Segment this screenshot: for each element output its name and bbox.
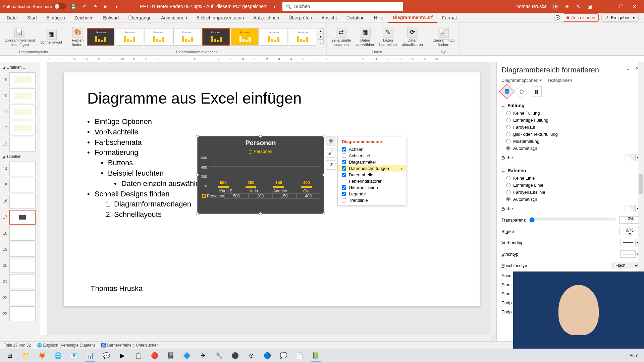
flyout-datenbeschriftungen[interactable]: Datenbeschriftungen▸: [338, 165, 406, 172]
thumb-20[interactable]: 20: [1, 258, 39, 273]
transparency-value[interactable]: 0%: [619, 216, 639, 224]
diamond-icon[interactable]: ◈: [564, 3, 570, 10]
pane-fill-icon[interactable]: 🪣: [499, 84, 514, 99]
tab-ueberpruefen[interactable]: Überprüfen: [284, 13, 317, 22]
chart-style-5[interactable]: Personen: [202, 28, 230, 46]
start-button[interactable]: ⊞: [2, 350, 17, 362]
resize-handle[interactable]: [259, 135, 262, 138]
flyout-legende[interactable]: Legende: [338, 191, 406, 197]
fill-solid[interactable]: Einfarbige Füllung: [506, 117, 639, 124]
language-status[interactable]: 🌐 Englisch (Vereinigte Staaten): [37, 343, 95, 348]
app8-icon[interactable]: 📄: [292, 350, 307, 362]
chrome-icon[interactable]: 🌐: [50, 350, 66, 362]
tab-datei[interactable]: Datei: [2, 13, 22, 22]
firefox-icon[interactable]: 🦊: [34, 350, 50, 362]
tab-aufzeichnen[interactable]: Aufzeichnen: [249, 13, 284, 22]
flyout-achsentitel[interactable]: Achsentitel: [338, 153, 406, 159]
section-tables[interactable]: ◢ Tabellen: [1, 153, 39, 160]
tab-animationen[interactable]: Animationen: [156, 13, 192, 22]
flyout-diagrammtitel[interactable]: Diagrammtitel: [338, 159, 406, 165]
window-icon[interactable]: ▣: [586, 3, 593, 10]
chart-styles-button[interactable]: 🖌: [326, 148, 335, 158]
share-button[interactable]: ↗Freigeben▾: [601, 13, 639, 22]
fill-gradient[interactable]: Farbverlauf: [506, 124, 639, 131]
resize-handle[interactable]: [259, 212, 262, 215]
search-input[interactable]: 🔍 Suchen: [282, 2, 403, 11]
compound-picker[interactable]: [620, 239, 636, 246]
app3-icon[interactable]: 🔴: [147, 350, 162, 362]
maximize-button[interactable]: ☐: [614, 1, 628, 11]
border-auto[interactable]: Automatisch: [506, 196, 639, 203]
quick-layout-button[interactable]: ▦ Schnelllayout: [38, 27, 64, 46]
change-chart-type-button[interactable]: 📈Diagrammtyp ändern: [431, 25, 457, 48]
onenote-icon[interactable]: 📓: [163, 350, 178, 362]
fill-none[interactable]: Keine Füllung: [506, 110, 639, 117]
obs-icon[interactable]: ⚫: [227, 350, 243, 362]
select-data-button[interactable]: ▦Daten auswählen: [354, 25, 376, 48]
app6-icon[interactable]: 🔵: [260, 350, 275, 362]
border-solid[interactable]: Einfarbige Linie: [506, 182, 639, 189]
flyout-achsen[interactable]: Achsen: [338, 146, 406, 153]
resize-handle[interactable]: [322, 173, 325, 176]
thumb-18[interactable]: 18: [1, 226, 39, 241]
width-value[interactable]: 0,75 Pt.: [619, 228, 639, 235]
edit-data-button[interactable]: ✎Daten bearbeiten: [377, 25, 399, 48]
chart-style-8[interactable]: Personen: [289, 28, 316, 46]
slide-author[interactable]: Thomas Hruska: [91, 284, 143, 293]
thumb-13[interactable]: 13: [1, 137, 39, 152]
redo-icon[interactable]: ↷: [92, 3, 98, 10]
flyout-fehlerindikatoren[interactable]: Fehlerindikatoren: [338, 178, 406, 184]
pen-icon[interactable]: ✎: [575, 3, 582, 10]
tab-zeichnen[interactable]: Zeichnen: [70, 13, 99, 22]
qat-more-icon[interactable]: ▾: [113, 3, 120, 10]
add-chart-element-button[interactable]: 📊 Diagrammelement hinzufügen: [3, 25, 37, 48]
slide[interactable]: Diagramme aus Excel einfügen Einfüge-Opt…: [64, 72, 480, 306]
border-gradient[interactable]: Farbverlaufslinie: [506, 189, 639, 196]
resize-handle[interactable]: [322, 135, 325, 138]
chart-legend[interactable]: Personen: [198, 148, 324, 156]
thumb-15[interactable]: 15: [1, 178, 39, 192]
tab-einfuegen[interactable]: Einfügen: [42, 13, 69, 22]
slide-thumbnails[interactable]: ◢ Grafiken... 9 10 11 12 13 ◢ Tabellen 1…: [0, 62, 40, 341]
app4-icon[interactable]: 🔧: [211, 350, 227, 362]
vlc-icon[interactable]: ▶: [115, 350, 130, 362]
fill-pattern[interactable]: Musterfüllung: [506, 138, 639, 145]
dash-picker[interactable]: [620, 250, 636, 258]
chart-style-4[interactable]: Personen: [173, 28, 201, 46]
chart-style-2[interactable]: Personen: [116, 28, 143, 46]
style-gallery-more[interactable]: ▲▼⌄: [318, 28, 324, 45]
chart-style-7[interactable]: Personen: [260, 28, 287, 46]
comments-icon[interactable]: 💬: [554, 15, 560, 20]
cap-dropdown[interactable]: Flach: [612, 262, 639, 269]
minimize-button[interactable]: —: [601, 1, 614, 11]
file-title[interactable]: PPT 01 Roter Faden 002.pptx • Auf "diese…: [140, 4, 266, 9]
tab-format[interactable]: Format: [437, 13, 462, 22]
chart-filters-button[interactable]: ⧩: [326, 160, 335, 170]
vscode-icon[interactable]: 🔷: [179, 350, 195, 362]
app7-icon[interactable]: 💭: [276, 350, 291, 362]
thumb-12[interactable]: 12: [1, 121, 39, 135]
close-button[interactable]: ✕: [628, 1, 641, 11]
outlook-icon[interactable]: 📧: [66, 350, 82, 362]
tab-diagrammentwurf[interactable]: Diagrammentwurf: [388, 13, 437, 23]
pane-collapse-icon[interactable]: ⌄: [626, 66, 630, 71]
undo-icon[interactable]: ↶: [81, 3, 88, 10]
pane-tab-text[interactable]: Textoptionen: [547, 78, 572, 83]
thumb-21[interactable]: 21: [1, 274, 39, 289]
border-color-picker[interactable]: [626, 205, 636, 212]
app5-icon[interactable]: ⊙: [244, 350, 259, 362]
app-icon[interactable]: 💬: [99, 350, 114, 362]
slideshow-icon[interactable]: ▶: [102, 3, 109, 10]
tab-bildschirm[interactable]: Bildschirmpräsentation: [192, 13, 249, 22]
app2-icon[interactable]: 📋: [131, 350, 146, 362]
chart-title[interactable]: Personen: [198, 136, 324, 148]
weather-widget[interactable]: ☀ 5°: [629, 353, 639, 358]
tab-uebergaenge[interactable]: Übergänge: [124, 13, 156, 22]
chart-plot-area[interactable]: 500 200 150 400: [209, 156, 320, 188]
thumb-14[interactable]: 14: [1, 162, 39, 176]
chevron-right-icon[interactable]: ▸: [401, 166, 403, 171]
section-fill[interactable]: ⌄Füllung: [501, 102, 639, 110]
chart-object[interactable]: Personen Personen 600 400 200 0 500 200 …: [197, 136, 324, 214]
fill-color-picker[interactable]: [626, 154, 636, 161]
fill-picture[interactable]: Bild- oder Texturfüllung: [506, 131, 639, 138]
